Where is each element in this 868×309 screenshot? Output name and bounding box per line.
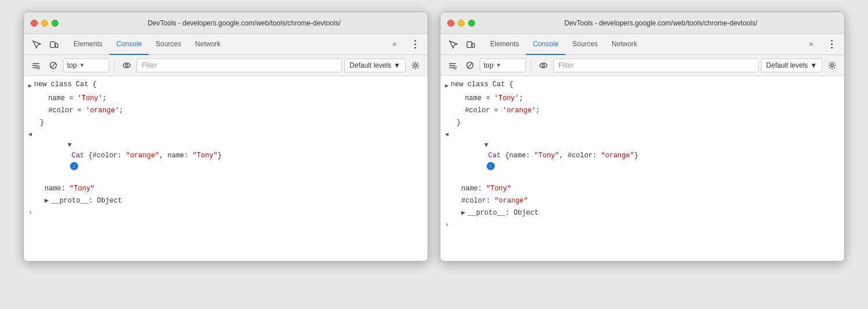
svg-point-10: [126, 64, 128, 67]
nav-tabs-2: Elements Console Sources Network »: [440, 34, 844, 55]
console-prompt-2[interactable]: ›: [440, 219, 844, 231]
tab-network-1[interactable]: Network: [188, 34, 227, 55]
context-value-2: top: [484, 61, 494, 69]
svg-rect-3: [32, 65, 37, 66]
tab-icons-2: [445, 36, 479, 53]
expand-arrow[interactable]: ▶: [28, 81, 32, 91]
svg-rect-1: [56, 43, 58, 47]
console-line: #color = 'orange';: [452, 104, 844, 116]
tab-sources-1[interactable]: Sources: [149, 34, 188, 55]
more-tabs-1: »: [385, 34, 423, 55]
svg-rect-12: [467, 42, 472, 47]
prop-line-proto-1: ▶ __proto__: Object: [24, 194, 428, 207]
devtools-menu-1[interactable]: [407, 36, 423, 53]
expand-arrow-2[interactable]: ▶: [445, 81, 448, 91]
svg-point-22: [542, 64, 545, 67]
return-arrow-2: ◀: [445, 130, 448, 140]
svg-point-21: [540, 63, 547, 68]
devtools-menu-2[interactable]: [823, 36, 840, 53]
context-value-1: top: [67, 61, 77, 69]
svg-point-9: [123, 63, 130, 68]
close-button-2[interactable]: [447, 20, 454, 27]
console-line: }: [440, 116, 844, 128]
minimize-button-1[interactable]: [41, 20, 48, 27]
console-line: }: [24, 116, 428, 128]
context-select-1[interactable]: top ▼: [63, 58, 109, 72]
output-line-2: ◀ ▼ Cat {name: "Tony", #color: "orange"}…: [440, 128, 844, 182]
nav-tabs-1: Elements Console Sources Network »: [24, 34, 428, 55]
block-btn-2[interactable]: [462, 58, 477, 73]
settings-btn-1[interactable]: [408, 58, 423, 73]
svg-rect-13: [472, 43, 475, 47]
return-arrow-1: ◀: [28, 130, 32, 140]
proto-arrow-2[interactable]: ▶: [461, 208, 465, 218]
prop-line-color-2: #color: "orange": [440, 194, 844, 207]
filter-input-2[interactable]: [553, 58, 759, 72]
devtools-window-2: DevTools - developers.google.com/web/too…: [440, 12, 845, 262]
tab-elements-2[interactable]: Elements: [483, 34, 526, 55]
console-line: #color = 'orange';: [35, 104, 428, 116]
inspect-icon-2[interactable]: [445, 36, 461, 53]
kebab-icon-1: [414, 40, 416, 49]
console-content-2: ▶ new class Cat { name = 'Tony'; #color …: [440, 76, 844, 261]
devtools-window-1: DevTools - developers.google.com/web/too…: [23, 12, 428, 262]
window-title-1: DevTools - developers.google.com/web/too…: [68, 19, 421, 27]
tab-icons-1: [28, 36, 62, 53]
collapse-arrow-1[interactable]: ▼: [68, 141, 72, 149]
block-btn-1[interactable]: [46, 58, 61, 73]
traffic-lights-1: [31, 20, 58, 27]
context-select-2[interactable]: top ▼: [480, 58, 526, 72]
prop-line-proto-2: ▶ __proto__: Object: [440, 207, 844, 219]
device-icon[interactable]: [46, 36, 62, 53]
tab-elements-1[interactable]: Elements: [67, 34, 109, 55]
context-arrow-1: ▼: [79, 62, 85, 68]
console-prompt-1[interactable]: ›: [24, 207, 428, 219]
console-line: name = 'Tony';: [35, 92, 428, 104]
console-line: name = 'Tony';: [452, 92, 844, 104]
maximize-button-2[interactable]: [468, 20, 475, 27]
title-bar-2: DevTools - developers.google.com/web/too…: [440, 12, 844, 34]
info-badge-1[interactable]: i: [70, 162, 78, 170]
svg-rect-14: [449, 63, 456, 64]
svg-line-8: [51, 63, 56, 68]
filter-input-1[interactable]: [137, 58, 342, 72]
device-icon-2[interactable]: [462, 36, 479, 53]
info-badge-2[interactable]: i: [487, 162, 495, 170]
settings-btn-2[interactable]: [825, 58, 840, 73]
console-toolbar-2: top ▼ Default levels ▼: [440, 55, 844, 76]
svg-rect-15: [449, 65, 454, 66]
console-content-1: ▶ new class Cat { name = 'Tony'; #color …: [24, 76, 428, 261]
tab-sources-2[interactable]: Sources: [565, 34, 605, 55]
tab-network-2[interactable]: Network: [605, 34, 644, 55]
traffic-lights-2: [447, 20, 475, 27]
eye-btn-2[interactable]: [536, 58, 551, 73]
levels-select-2[interactable]: Default levels ▼: [761, 58, 822, 72]
svg-point-23: [831, 64, 834, 67]
title-bar-1: DevTools - developers.google.com/web/too…: [24, 12, 428, 34]
close-button-1[interactable]: [31, 20, 38, 27]
console-line: ▶ new class Cat {: [24, 78, 428, 92]
inspect-icon[interactable]: [28, 36, 45, 53]
more-tabs-btn-2[interactable]: »: [802, 34, 820, 55]
svg-line-20: [468, 63, 472, 68]
prop-line-name-2: name: "Tony": [440, 182, 844, 194]
tab-console-2[interactable]: Console: [526, 34, 565, 55]
context-arrow-2: ▼: [496, 62, 502, 68]
divider-1: [114, 60, 115, 71]
console-toolbar-1: top ▼ Default levels ▼: [24, 55, 428, 76]
console-line: ▶ new class Cat {: [440, 78, 844, 92]
levels-select-1[interactable]: Default levels ▼: [344, 58, 406, 72]
svg-rect-2: [32, 63, 39, 64]
minimize-button-2[interactable]: [458, 20, 465, 27]
maximize-button-1[interactable]: [52, 20, 58, 27]
prop-line-name-1: name: "Tony": [24, 182, 428, 194]
proto-arrow-1[interactable]: ▶: [45, 196, 49, 206]
clear-console-btn-1[interactable]: [28, 58, 43, 73]
svg-point-11: [414, 64, 417, 67]
more-tabs-2: »: [802, 34, 840, 55]
clear-console-btn-2[interactable]: [445, 58, 460, 73]
eye-btn-1[interactable]: [119, 58, 134, 73]
tab-console-1[interactable]: Console: [109, 34, 149, 55]
collapse-arrow-2[interactable]: ▼: [484, 141, 488, 149]
more-tabs-btn-1[interactable]: »: [385, 34, 403, 55]
